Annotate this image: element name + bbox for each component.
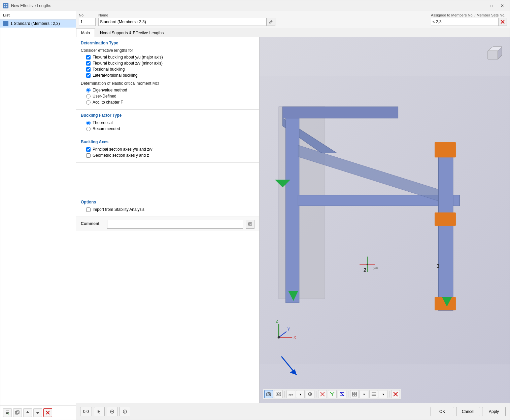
checkbox-flexural-y[interactable]: Flexural buckling about y/u (major axis) [86,55,254,60]
comment-button[interactable] [246,220,254,229]
cancel-button[interactable]: Cancel [456,407,480,416]
principal-checkbox[interactable] [86,147,91,152]
radio-acc-chapter[interactable]: Acc. to chapter F [86,100,254,105]
toolbar-view-button[interactable] [350,390,359,398]
sidebar-item-label: 1 Standard (Members : 2,3) [10,21,60,26]
checkbox-lateral[interactable]: Lateral-torsional buckling [86,73,254,78]
comment-section: Comment [76,217,259,231]
toolbar-down-arrow-3[interactable]: ▾ [379,390,387,398]
sidebar-list: 1 Standard (Members : 2,3) [0,20,76,405]
apply-button[interactable]: Apply [482,407,506,416]
window-title: New Effective Lengths [11,3,473,8]
svg-point-49 [367,264,368,265]
svg-text:3: 3 [437,263,440,269]
acc-chapter-label: Acc. to chapter F [93,100,123,105]
svg-rect-34 [435,142,456,157]
toolbar-separator-4 [389,391,389,397]
sidebar: List 1 Standard (Members : 2,3) [0,11,76,420]
no-input[interactable] [79,18,96,26]
maximize-button[interactable]: □ [487,2,496,9]
svg-rect-30 [286,118,299,303]
delete-row-button[interactable] [43,408,52,417]
radio-theoretical[interactable]: Theoretical [86,120,254,125]
checkbox-flexural-z[interactable]: Flexural buckling about z/v (minor axis) [86,61,254,66]
radio-eigenvalue[interactable]: Eigenvalue method [86,88,254,92]
principal-label: Principal section axes y/u and z/v [93,147,152,152]
elastic-label: Determination of elastic critical moment… [81,81,254,86]
toolbar-x-axis-button[interactable] [318,390,327,398]
tab-main[interactable]: Main [76,28,95,37]
toolbar-group-layers: ▾ [369,390,387,398]
svg-text:y/u: y/u [373,266,378,270]
toolbar-group-xyz: xyz ▾ [286,390,305,398]
no-field: No. [79,13,96,26]
flexural-z-checkbox[interactable] [86,61,91,66]
name-field: Name [98,13,275,26]
checkbox-principal[interactable]: Principal section axes y/u and z/v [86,147,254,152]
determination-type-title: Determination Type [81,41,254,45]
svg-point-59 [277,393,279,395]
minimize-button[interactable]: — [476,2,485,9]
svg-text:Y: Y [287,327,290,332]
coordinates-button[interactable]: 0,0 [80,407,92,416]
toolbar-y-axis-button[interactable] [328,390,337,398]
torsional-label: Torsional buckling [93,67,125,72]
checkbox-torsional[interactable]: Torsional buckling [86,67,254,72]
checkbox-import-stability[interactable]: Import from Stability Analysis [86,207,254,212]
view-cube[interactable] [483,44,503,64]
assigned-input[interactable] [431,18,498,26]
theoretical-radio[interactable] [86,121,91,125]
toolbar-layers-button[interactable] [369,390,378,398]
info-button[interactable]: i [120,407,130,416]
eigenvalue-radio[interactable] [86,88,91,92]
comment-label: Comment [81,220,104,226]
circle-tool-button[interactable] [107,407,117,416]
recommended-radio[interactable] [86,127,91,131]
down-button[interactable] [33,408,42,417]
determination-type-section: Determination Type Consider effective le… [76,37,259,110]
spacer [76,163,259,196]
geometric-label: Geometric section axes y and z [93,153,149,158]
geometric-checkbox[interactable] [86,153,91,158]
comment-input[interactable] [107,220,243,229]
copy-row-button[interactable] [13,408,22,417]
header-row: No. Name Assigned to Members No. / Membe… [76,11,510,28]
radio-recommended[interactable]: Recommended [86,126,254,131]
lateral-checkbox[interactable] [86,73,91,78]
radios-group: Eigenvalue method User-Defined Acc. to c… [81,88,254,105]
recommended-label: Recommended [93,126,120,131]
user-defined-radio[interactable] [86,94,91,99]
toolbar-photo-button[interactable] [274,390,283,398]
svg-rect-2 [4,6,5,7]
acc-chapter-radio[interactable] [86,100,91,105]
arrow-tool-button[interactable] [94,407,105,416]
toolbar-reset-button[interactable] [391,390,400,398]
toolbar-down-arrow-2[interactable]: ▾ [360,390,368,398]
ok-button[interactable]: OK [431,407,454,416]
toolbar-down-arrow-1[interactable]: ▾ [296,390,305,398]
tab-nodal[interactable]: Nodal Supports & Effective Lengths [95,28,169,37]
toolbar-camera-button[interactable] [264,390,273,398]
name-edit-button[interactable] [267,18,275,26]
close-button[interactable]: ✕ [498,2,507,9]
torsional-checkbox[interactable] [86,67,91,72]
assigned-clear-button[interactable] [498,18,507,26]
buckling-axes-checkboxes: Principal section axes y/u and z/v Geome… [81,147,254,158]
name-input[interactable] [98,18,267,26]
import-stability-checkbox[interactable] [86,207,91,212]
svg-rect-57 [268,392,270,393]
buckling-axes-section: Buckling Axes Principal section axes y/u… [76,136,259,163]
svg-rect-8 [7,414,9,414]
toolbar-global-button[interactable] [306,390,314,398]
radio-user-defined[interactable]: User-Defined [86,94,254,99]
flexural-y-checkbox[interactable] [86,55,91,60]
up-button[interactable] [23,408,32,417]
svg-rect-33 [439,145,453,311]
svg-text:X: X [294,335,297,340]
add-row-button[interactable] [3,408,12,417]
checkbox-geometric[interactable]: Geometric section axes y and z [86,153,254,158]
toolbar-z-axis-button[interactable] [338,390,346,398]
window-controls: — □ ✕ [476,2,507,9]
sidebar-item-1[interactable]: 1 Standard (Members : 2,3) [0,20,76,28]
toolbar-xyz-button[interactable]: xyz [286,390,295,398]
